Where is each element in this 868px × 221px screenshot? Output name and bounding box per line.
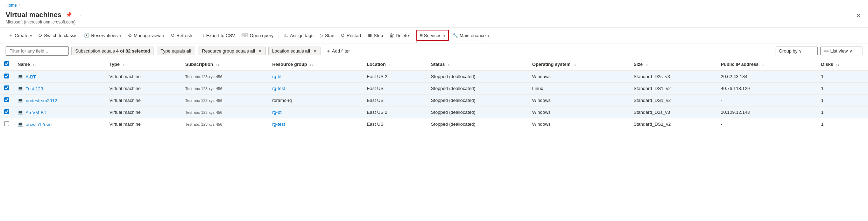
row-resource-group: rg-test	[268, 83, 362, 95]
delete-button[interactable]: 🗑 Delete	[387, 30, 412, 40]
page-header: Virtual machines 📌 ··· Microsoft (micros…	[0, 9, 868, 27]
col-location[interactable]: Location ↑↓	[362, 58, 426, 70]
services-chevron: ∨	[443, 34, 445, 37]
delete-icon: 🗑	[389, 33, 394, 38]
col-os[interactable]: Operating system ↑↓	[528, 58, 629, 70]
row-checkbox[interactable]	[4, 121, 9, 126]
group-by-select[interactable]: Group by ∨	[776, 47, 818, 55]
vm-icon: 💻	[17, 98, 23, 103]
maintenance-button[interactable]: 🔧 Maintenance ∨	[450, 30, 492, 40]
vm-name-link[interactable]: A-BT	[26, 74, 36, 79]
row-ip: 40.76.118.129	[717, 83, 817, 95]
home-link[interactable]: Home	[6, 3, 17, 8]
row-size: Standard_D2s_v3	[629, 70, 717, 83]
export-icon: ↓	[202, 33, 205, 38]
reservations-chevron: ∨	[119, 34, 121, 37]
col-subscription[interactable]: Subscription ↑↓	[181, 58, 268, 70]
refresh-button[interactable]: ↺ Refresh	[168, 30, 195, 40]
assign-tags-button[interactable]: 🏷 Assign tags	[281, 30, 316, 40]
reservations-button[interactable]: 🕐 Reservations ∨	[81, 30, 124, 40]
row-location: East US	[362, 118, 426, 130]
row-checkbox[interactable]	[4, 74, 9, 78]
select-all-header[interactable]	[0, 58, 13, 70]
row-size: Standard_DS1_v2	[629, 95, 717, 106]
switch-classic-button[interactable]: ⟳ Switch to classic	[36, 30, 80, 40]
vm-name-link[interactable]: ArcVM-BT	[26, 110, 47, 115]
page-title: Virtual machines 📌 ···	[6, 11, 83, 19]
col-size[interactable]: Size ↑↓	[629, 58, 717, 70]
row-status: Stopped (deallocated)	[427, 83, 528, 95]
switch-icon: ⟳	[38, 33, 43, 38]
start-button[interactable]: ▷ Start	[317, 30, 337, 40]
manage-view-icon: ⚙	[128, 33, 132, 38]
filter-tag-location: Location equals all ✕	[268, 47, 320, 55]
rg-link[interactable]: rg-bt	[272, 110, 282, 115]
subscription-sort-icon: ↑↓	[216, 63, 219, 67]
rg-link[interactable]: rg-bt	[272, 74, 282, 79]
col-name[interactable]: Name ↑↓	[13, 58, 105, 70]
vm-name-link[interactable]: arctestrsm2012	[26, 98, 57, 103]
row-checkbox[interactable]	[4, 97, 9, 102]
row-subscription: Test-abc-123-xyz-456	[181, 106, 268, 118]
add-filter-icon: ＋	[326, 48, 331, 54]
services-button[interactable]: ≡ Services ∨	[416, 30, 449, 41]
manage-view-button[interactable]: ⚙ Manage view ∨	[125, 30, 167, 40]
restart-button[interactable]: ↺ Restart	[338, 30, 364, 40]
row-checkbox-cell[interactable]	[0, 118, 13, 130]
row-checkbox-cell[interactable]	[0, 70, 13, 83]
refresh-icon: ↺	[171, 33, 175, 38]
row-checkbox-cell[interactable]	[0, 106, 13, 118]
create-button[interactable]: ＋ Create ∨	[6, 30, 35, 41]
breadcrumb-separator: ›	[19, 3, 20, 8]
filter-tag-type: Type equals all	[157, 47, 195, 55]
row-name: 💻 A-BT	[13, 70, 105, 83]
list-view-select[interactable]: ≡≡ List view ∨	[820, 47, 862, 55]
row-disks: 1	[817, 106, 868, 118]
restart-icon: ↺	[341, 33, 345, 38]
close-button[interactable]: ✕	[854, 11, 862, 21]
rg-link[interactable]: rg-test	[272, 122, 285, 127]
col-status[interactable]: Status ↑↓	[427, 58, 528, 70]
remove-location-filter[interactable]: ✕	[313, 49, 317, 54]
row-resource-group: roramc-rg	[268, 95, 362, 106]
row-type: Virtual machine	[105, 106, 181, 118]
row-os: Windows	[528, 70, 629, 83]
row-checkbox-cell[interactable]	[0, 95, 13, 106]
filter-tag-resource-group: Resource group equals all ✕	[198, 47, 266, 55]
row-location: East US	[362, 95, 426, 106]
row-os: Windows	[528, 118, 629, 130]
plus-icon: ＋	[8, 32, 13, 39]
row-status: Stopped (deallocated)	[427, 106, 528, 118]
row-subscription: Test-abc-123-xyz-456	[181, 70, 268, 83]
filter-input[interactable]	[6, 46, 69, 56]
col-disks[interactable]: Disks ↑↓	[817, 58, 868, 70]
row-type: Virtual machine	[105, 118, 181, 130]
row-name: 💻 Test-123	[13, 83, 105, 95]
col-type[interactable]: Type ↑↓	[105, 58, 181, 70]
table-row: 💻 A-BT Virtual machine Test-abc-123-xyz-…	[0, 70, 868, 83]
type-sort-icon: ↑↓	[122, 63, 126, 67]
vm-name-link[interactable]: arcwin12rsm	[26, 122, 52, 127]
row-checkbox[interactable]	[4, 109, 9, 114]
open-query-button[interactable]: ⌨ Open query	[239, 30, 276, 40]
export-csv-button[interactable]: ↓ Export to CSV	[199, 30, 238, 40]
size-sort-icon: ↑↓	[645, 63, 649, 67]
more-options-icon[interactable]: ···	[76, 11, 83, 19]
select-all-checkbox[interactable]	[4, 61, 9, 66]
view-controls: Group by ∨ ≡≡ List view ∨	[776, 47, 862, 55]
pin-icon[interactable]: 📌	[64, 11, 73, 19]
stop-button[interactable]: ⏹ Stop	[365, 30, 386, 40]
manage-view-chevron: ∨	[162, 34, 164, 37]
vm-name-link[interactable]: Test-123	[26, 86, 43, 91]
col-ip[interactable]: Public IP address ↑↓	[717, 58, 817, 70]
vm-icon: 💻	[17, 86, 23, 91]
add-filter-button[interactable]: ＋ Add filter	[323, 47, 353, 56]
filter-tag-subscription: Subscription equals 4 of 82 selected	[71, 47, 154, 55]
rg-link[interactable]: rg-test	[272, 86, 285, 91]
row-checkbox-cell[interactable]	[0, 83, 13, 95]
row-size: Standard_DS1_v2	[629, 118, 717, 130]
col-resource-group[interactable]: Resource group ↑↓	[268, 58, 362, 70]
remove-resource-group-filter[interactable]: ✕	[258, 49, 262, 54]
row-status: Stopped (deallocated)	[427, 70, 528, 83]
row-checkbox[interactable]	[4, 85, 9, 90]
